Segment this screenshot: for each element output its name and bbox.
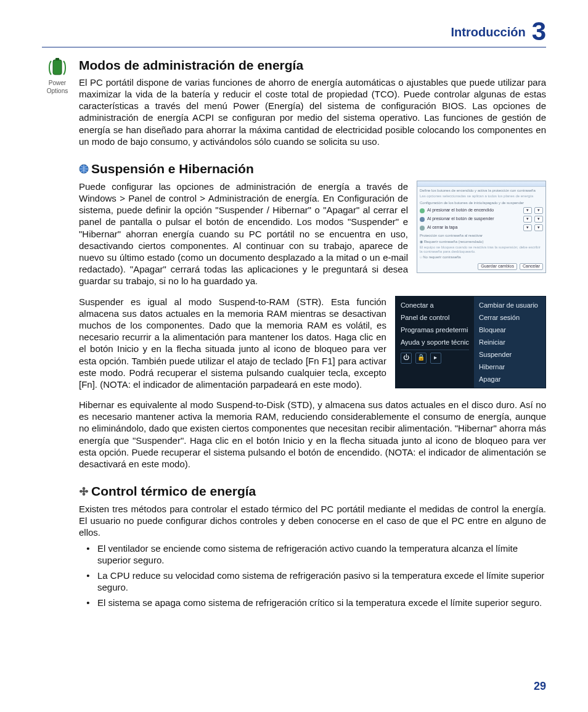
- startmenu-left-item: Ayuda y soporte técnic: [401, 336, 469, 348]
- startmenu-right-item: Apagar: [479, 373, 541, 385]
- svg-rect-0: [53, 60, 62, 75]
- startmenu-right-item: Cerrar sesión: [479, 311, 541, 324]
- heading-thermal: Control térmico de energía: [79, 483, 546, 501]
- startmenu-right-item: Hibernar: [479, 361, 541, 373]
- para-thermal-intro: Existen tres métodos para controlar el e…: [79, 503, 546, 539]
- lock-icon: 🔒: [415, 353, 427, 364]
- start-menu-screenshot: Conectar a Panel de control Programas pr…: [395, 296, 546, 389]
- list-item: El ventilador se enciende como sistema d…: [97, 542, 546, 566]
- page-header: Introducción 3: [42, 18, 546, 47]
- list-item: El sistema se apaga como sistema de refr…: [97, 597, 546, 608]
- para-suspend-3: Hibernar es equivalente al modo Suspend-…: [79, 399, 546, 470]
- para-suspend-1: Puede configurar las opciones de adminis…: [79, 181, 408, 287]
- power-options-icon: Power Options: [42, 57, 73, 96]
- startmenu-left-item: Conectar a: [401, 299, 469, 311]
- startmenu-right-item: Bloquear: [479, 324, 541, 336]
- globe-icon: [79, 162, 89, 178]
- para-power-modes: El PC portátil dispone de varias funcion…: [79, 76, 546, 147]
- chevron-right-icon: ▸: [430, 353, 441, 364]
- startmenu-left-item: Panel de control: [401, 311, 469, 324]
- heading-power-modes: Modos de administración de energía: [79, 57, 546, 74]
- list-item: La CPU reduce su velocidad como sistema …: [97, 570, 546, 593]
- power-icon: ⏻: [401, 353, 412, 364]
- startmenu-right-item: Cambiar de usuario: [479, 299, 541, 311]
- para-suspend-2: Suspender es igual al modo Suspend-to-RA…: [79, 296, 386, 391]
- svg-point-3: [83, 490, 85, 493]
- thermal-bullet-list: El ventilador se enciende como sistema d…: [79, 542, 546, 609]
- fan-icon: [79, 484, 89, 501]
- heading-suspend: Suspensión e Hibernación: [79, 161, 546, 178]
- page-number: 29: [534, 679, 546, 694]
- power-options-screenshot: Define los botones de encendido y activa…: [417, 181, 546, 273]
- startmenu-right-item: Suspender: [479, 348, 541, 361]
- startmenu-left-item: Programas predetermi: [401, 324, 469, 336]
- power-options-label: Power Options: [42, 80, 73, 96]
- section-title: Introducción: [451, 25, 526, 44]
- startmenu-right-item: Reiniciar: [479, 336, 541, 348]
- svg-rect-1: [55, 58, 59, 60]
- chapter-number: 3: [532, 18, 546, 44]
